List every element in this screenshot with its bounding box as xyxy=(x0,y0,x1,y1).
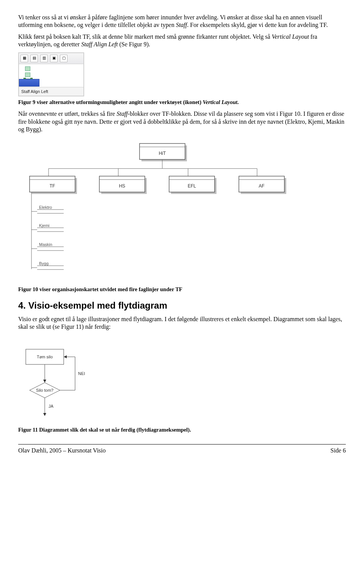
toolbar-icon: ▤ xyxy=(30,55,38,62)
arrow-head-icon xyxy=(43,380,46,383)
text: . For eksempelets skyld, gjør vi dette k… xyxy=(187,22,328,28)
arrow-head-icon xyxy=(43,413,46,416)
figure-11-flowchart: Tøm silo Silo tom? NEI JA xyxy=(18,340,109,420)
flow-decision-label: Silo tom? xyxy=(36,388,53,393)
org-label: AF xyxy=(259,183,264,189)
flow-process-label: Tøm silo xyxy=(37,355,53,359)
selection-bar xyxy=(19,79,39,87)
status-bar: Staff Align Left xyxy=(19,87,83,96)
term-staff: Staff xyxy=(116,110,127,117)
figure-10-org-chart: HiT TF HS EFL AF Elektro Kjemi Maskin By… xyxy=(18,142,291,279)
caption-text: . xyxy=(237,99,239,105)
flow-branch-nei: NEI xyxy=(78,371,85,376)
footer-right: Side 6 xyxy=(331,447,346,454)
footer-divider xyxy=(18,444,346,445)
text: Klikk først på boksen kalt TF, slik at d… xyxy=(18,33,272,40)
toolbar-icon: ▢ xyxy=(60,55,67,62)
org-label-top: HiT xyxy=(159,151,166,156)
arrow-head-icon xyxy=(64,355,67,358)
staff-label: Bygg xyxy=(39,261,49,266)
text: Når ovennevnte er utført, trekkes så fir… xyxy=(18,110,116,117)
term-vertical-layout: Vertical Layout xyxy=(272,33,309,40)
visio-toolbar: ▦ ▤ ▥ ▣ ▢ xyxy=(19,53,83,64)
flow-branch-ja: JA xyxy=(49,404,54,408)
paragraph: Når ovennevnte er utført, trekkes så fir… xyxy=(18,110,346,133)
org-label: TF xyxy=(50,183,55,189)
figure-9-caption: Figur 9 viser alternative utformingsmuli… xyxy=(18,99,346,106)
toolbar-icon: ▥ xyxy=(40,55,48,62)
term-staff: Staff xyxy=(176,22,187,28)
paragraph: Visio er godt egnet til å lage illustras… xyxy=(18,315,346,331)
toolbar-icon: ▦ xyxy=(20,55,28,62)
figure-11-caption: Figur 11 Diagrammet slik det skal se ut … xyxy=(18,426,346,434)
term-staff-align-left: Staff Align Left xyxy=(81,41,118,47)
paragraph: Klikk først på boksen kalt TF, slik at d… xyxy=(18,33,346,49)
section-heading-4: 4. Visio-eksempel med flytdiagram xyxy=(18,300,346,312)
figure-10-caption: Figur 10 viser organisasjonskartet utvid… xyxy=(18,286,346,293)
figure-9-toolbar-screenshot: ▦ ▤ ▥ ▣ ▢ Staff Align Left xyxy=(18,52,84,96)
staff-label: Kjemi xyxy=(39,223,50,228)
toolbar-icon: ▣ xyxy=(50,55,58,62)
text: (Se Figur 9). xyxy=(118,41,150,47)
staff-label: Maskin xyxy=(39,242,52,247)
page-footer: Olav Dæhli, 2005 – Kursnotat Visio Side … xyxy=(18,446,346,454)
caption-text: Figur 9 viser alternative utformingsmuli… xyxy=(18,99,203,105)
org-label: HS xyxy=(119,183,126,189)
layout-option-icon xyxy=(25,66,30,71)
org-label: EFL xyxy=(188,183,196,189)
caption-italic: Vertical Layout xyxy=(203,99,237,105)
staff-label: Elektro xyxy=(39,205,52,210)
paragraph: Vi tenker oss så at vi ønsker å påføre f… xyxy=(18,14,346,29)
status-text: Staff Align Left xyxy=(21,89,48,94)
layout-option-icon xyxy=(25,73,30,77)
footer-left: Olav Dæhli, 2005 – Kursnotat Visio xyxy=(18,447,106,454)
